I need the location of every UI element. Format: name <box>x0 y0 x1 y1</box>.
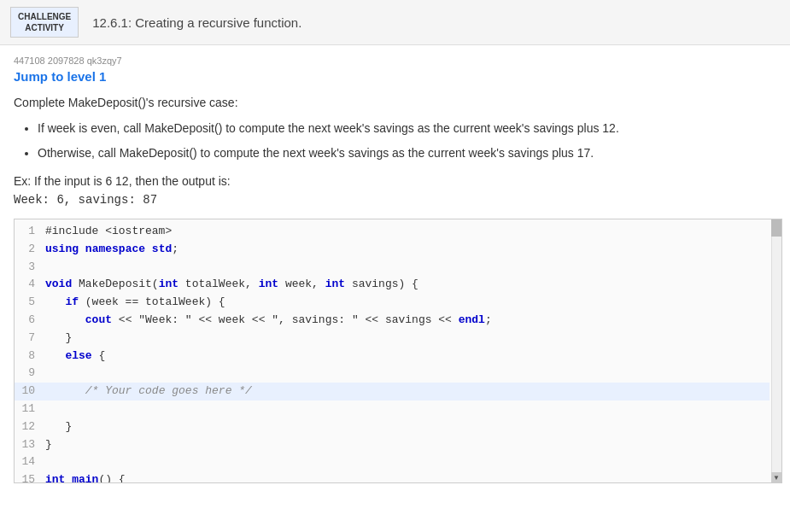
code-line-7: 7 } <box>15 330 770 348</box>
line-code-7: } <box>45 330 770 348</box>
badge-line1: CHALLENGE <box>18 11 71 22</box>
meta-info: 447108 2097828 qk3zqy7 <box>14 56 772 66</box>
line-number-2: 2 <box>15 241 45 259</box>
line-code-6: cout << "Week: " << week << ", savings: … <box>45 312 770 330</box>
line-code-11 <box>45 400 770 418</box>
line-number-12: 12 <box>15 418 45 436</box>
code-lines-container: 1#include <iostream>2using namespace std… <box>15 219 781 483</box>
line-number-5: 5 <box>15 294 45 312</box>
line-number-14: 14 <box>15 453 45 471</box>
bullet-item-2: Otherwise, call MakeDeposit() to compute… <box>38 144 772 162</box>
line-number-8: 8 <box>15 348 45 365</box>
header: CHALLENGE ACTIVITY 12.6.1: Creating a re… <box>0 0 790 45</box>
bullet-item-1: If week is even, call MakeDeposit() to c… <box>38 120 772 137</box>
main-content: 447108 2097828 qk3zqy7 Jump to level 1 C… <box>0 45 786 494</box>
badge-line2: ACTIVITY <box>25 22 64 33</box>
code-line-4: 4void MakeDeposit(int totalWeek, int wee… <box>15 276 770 294</box>
line-code-8: else { <box>45 348 770 365</box>
line-code-14 <box>45 453 770 471</box>
example-output: Week: 6, savings: 87 <box>14 193 772 207</box>
code-line-3: 3 <box>15 259 770 277</box>
line-code-3 <box>45 259 770 277</box>
code-line-12: 12 } <box>15 418 770 436</box>
code-line-1: 1#include <iostream> <box>15 223 770 241</box>
line-code-2: using namespace std; <box>45 241 770 259</box>
line-number-11: 11 <box>15 400 45 418</box>
code-line-14: 14 <box>15 453 770 471</box>
code-line-13: 13} <box>15 436 770 454</box>
code-line-11: 11 <box>15 400 770 418</box>
line-code-4: void MakeDeposit(int totalWeek, int week… <box>45 276 770 294</box>
challenge-activity-badge: CHALLENGE ACTIVITY <box>10 7 79 38</box>
line-code-5: if (week == totalWeek) { <box>45 294 770 312</box>
scrollbar-arrow-down[interactable]: ▼ <box>771 472 781 482</box>
line-number-15: 15 <box>15 471 45 483</box>
code-line-5: 5 if (week == totalWeek) { <box>15 294 770 312</box>
code-line-15: 15int main() { <box>15 471 770 483</box>
line-number-7: 7 <box>15 330 45 348</box>
line-code-1: #include <iostream> <box>45 223 770 241</box>
scrollbar-thumb[interactable] <box>771 219 781 237</box>
header-title: 12.6.1: Creating a recursive function. <box>92 15 301 30</box>
example-intro: Ex: If the input is 6 12, then the outpu… <box>14 174 772 188</box>
line-number-1: 1 <box>15 223 45 241</box>
jump-to-level-link[interactable]: Jump to level 1 <box>14 69 772 84</box>
line-number-10: 10 <box>15 383 45 400</box>
description-text: Complete MakeDeposit()'s recursive case: <box>14 96 772 109</box>
line-number-3: 3 <box>15 259 45 277</box>
scrollbar[interactable]: ▲ ▼ <box>771 219 781 482</box>
line-number-9: 9 <box>15 365 45 383</box>
code-line-8: 8 else { <box>15 348 770 365</box>
code-line-9: 9 <box>15 365 770 383</box>
line-code-13: } <box>45 436 770 454</box>
line-code-12: } <box>45 418 770 436</box>
line-code-10: /* Your code goes here */ <box>45 383 770 400</box>
line-number-4: 4 <box>15 276 45 294</box>
line-number-6: 6 <box>15 312 45 330</box>
code-line-2: 2using namespace std; <box>15 241 770 259</box>
line-number-13: 13 <box>15 436 45 454</box>
code-line-10: 10 /* Your code goes here */ <box>15 383 770 400</box>
code-editor[interactable]: 1#include <iostream>2using namespace std… <box>14 219 782 483</box>
line-code-15: int main() { <box>45 471 770 483</box>
code-line-6: 6 cout << "Week: " << week << ", savings… <box>15 312 770 330</box>
line-code-9 <box>45 365 770 383</box>
bullet-list: If week is even, call MakeDeposit() to c… <box>38 120 772 162</box>
